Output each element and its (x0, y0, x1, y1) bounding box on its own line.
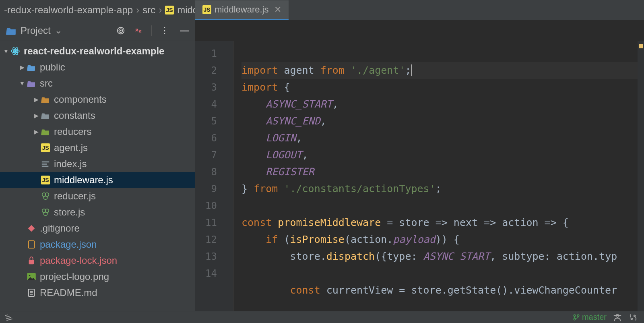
file-type-icon (40, 160, 51, 168)
tree-arrow-icon[interactable] (32, 161, 40, 167)
tree-item-label: agent.js (54, 142, 88, 153)
tree-item-label: project-logo.png (40, 271, 109, 282)
collapse-icon[interactable] (134, 26, 143, 35)
editor-area: 1234567 891011121314 import agent from '… (195, 41, 644, 311)
tree-item-label: src (40, 78, 53, 89)
project-panel-title[interactable]: Project (21, 25, 51, 36)
tree-item-store-js[interactable]: store.js (0, 204, 195, 220)
editor-tab-label: middleware.js (215, 4, 269, 15)
svg-point-15 (120, 30, 121, 31)
tree-arrow-icon[interactable]: ▶ (32, 112, 40, 119)
file-type-icon (26, 256, 37, 265)
target-icon[interactable] (116, 26, 126, 35)
tree-item-reducers[interactable]: ▶reducers (0, 124, 195, 140)
file-type-icon (26, 240, 37, 249)
branch-name: master (582, 313, 607, 322)
git-branch-indicator[interactable]: master (573, 313, 607, 322)
project-panel-header: Project ⌄ ⋮ — (0, 20, 195, 41)
minimize-icon[interactable]: — (180, 26, 189, 35)
tree-item-label: package-lock.json (40, 255, 117, 266)
tree-item-label: public (40, 62, 65, 73)
arrow-down-icon[interactable]: ▼ (2, 48, 10, 54)
tree-arrow-icon[interactable]: ▼ (18, 80, 26, 87)
tree-arrow-icon[interactable] (18, 241, 26, 248)
project-tree[interactable]: ▼ react-redux-realworld-example ▶public▼… (0, 41, 195, 311)
line-gutter[interactable]: 1234567 891011121314 (195, 41, 233, 311)
tree-arrow-icon[interactable] (32, 177, 40, 183)
svg-point-37 (574, 315, 576, 317)
file-type-icon (40, 128, 51, 135)
more-options-icon[interactable]: ⋮ (160, 26, 169, 35)
file-type-icon (26, 224, 37, 232)
file-type-icon (40, 208, 51, 217)
tree-item-reducer-js[interactable]: reducer.js (0, 188, 195, 204)
tree-arrow-icon[interactable] (32, 145, 40, 151)
tree-arrow-icon[interactable] (18, 290, 26, 296)
tree-item-project-logo-png[interactable]: project-logo.png (0, 269, 195, 285)
file-type-icon (26, 64, 37, 71)
tree-item-label: reducer.js (54, 190, 96, 202)
js-file-icon: JS (202, 5, 211, 14)
tree-item-middleware-js[interactable]: JSmiddleware.js (0, 172, 195, 188)
tree-item-label: .gitignore (40, 223, 80, 234)
tree-item-label: constants (54, 110, 95, 121)
warning-marker[interactable] (639, 44, 643, 48)
svg-point-28 (43, 212, 47, 215)
tree-item-package-lock-json[interactable]: package-lock.json (0, 253, 195, 269)
tree-item-label: components (54, 94, 107, 105)
tree-root-label: react-redux-realworld-example (24, 46, 164, 57)
tree-root[interactable]: ▼ react-redux-realworld-example (0, 43, 195, 59)
project-panel-icon (6, 26, 17, 35)
tree-item-README-md[interactable]: README.md (0, 285, 195, 301)
tree-item-constants[interactable]: ▶constants (0, 108, 195, 124)
tree-arrow-icon[interactable] (18, 225, 26, 232)
tree-arrow-icon[interactable] (32, 209, 40, 215)
editor-tab[interactable]: JS middleware.js ✕ (195, 0, 289, 20)
tree-arrow-icon[interactable] (18, 257, 26, 264)
inspector-icon[interactable] (613, 313, 622, 322)
svg-point-32 (29, 275, 31, 277)
tree-item-index-js[interactable]: index.js (0, 156, 195, 172)
file-type-icon (26, 80, 37, 87)
tree-arrow-icon[interactable] (32, 193, 40, 199)
tree-item--gitignore[interactable]: .gitignore (0, 220, 195, 236)
tree-arrow-icon[interactable] (18, 273, 26, 280)
tree-item-agent-js[interactable]: JSagent.js (0, 140, 195, 156)
svg-point-25 (43, 196, 47, 199)
breadcrumb-project[interactable]: -redux-realworld-example-app (4, 4, 133, 16)
tool-window-icon[interactable] (4, 313, 14, 322)
svg-point-39 (574, 318, 576, 320)
code-editor[interactable]: 1234567 891011121314 import agent from '… (195, 41, 644, 311)
tree-item-package-json[interactable]: package.json (0, 236, 195, 253)
file-type-icon (40, 96, 51, 103)
tree-item-label: index.js (54, 158, 87, 170)
code-content[interactable]: import agent from './agent'; import { AS… (233, 41, 638, 311)
file-type-icon (40, 192, 51, 201)
tree-arrow-icon[interactable]: ▶ (18, 64, 26, 70)
file-type-icon (40, 112, 51, 119)
svg-rect-29 (29, 241, 35, 248)
svg-point-16 (14, 50, 16, 52)
tree-item-src[interactable]: ▼src (0, 75, 195, 91)
breadcrumb-sep: › (136, 4, 139, 16)
main-area: ▼ react-redux-realworld-example ▶public▼… (0, 41, 644, 311)
settings-sync-icon[interactable] (628, 313, 638, 322)
file-type-icon (26, 273, 37, 280)
divider (151, 25, 152, 36)
svg-rect-41 (614, 315, 621, 316)
marker-strip[interactable] (638, 41, 644, 311)
tree-arrow-icon[interactable]: ▶ (32, 96, 40, 103)
tree-item-label: middleware.js (54, 174, 113, 186)
close-tab-icon[interactable]: ✕ (274, 4, 281, 15)
svg-point-40 (616, 314, 619, 317)
tree-arrow-icon[interactable]: ▶ (32, 128, 40, 135)
react-icon (10, 46, 21, 56)
breadcrumb-folder[interactable]: src (142, 4, 155, 16)
chevron-down-icon[interactable]: ⌄ (55, 25, 62, 36)
tree-item-components[interactable]: ▶components (0, 91, 195, 108)
breadcrumb-sep: › (159, 4, 162, 16)
tree-item-label: package.json (40, 239, 97, 250)
tree-item-label: README.md (40, 287, 97, 298)
tree-item-public[interactable]: ▶public (0, 59, 195, 75)
js-file-icon: JS (165, 6, 174, 14)
